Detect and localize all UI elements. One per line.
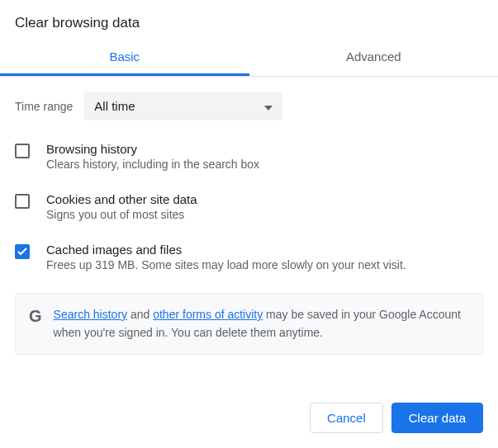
time-range-value: All time: [94, 99, 135, 113]
clear-data-button[interactable]: Clear data: [391, 403, 483, 433]
link-other-activity[interactable]: other forms of activity: [153, 308, 263, 321]
cancel-button[interactable]: Cancel: [310, 403, 383, 433]
link-search-history[interactable]: Search history: [54, 308, 127, 321]
checkbox-cache[interactable]: [15, 244, 30, 259]
option-desc: Frees up 319 MB. Some sites may load mor…: [46, 258, 406, 271]
checkbox-cookies[interactable]: [15, 194, 30, 209]
option-cookies: Cookies and other site data Signs you ou…: [15, 192, 483, 221]
dialog-title: Clear browsing data: [0, 0, 498, 38]
tabs: Basic Advanced: [0, 38, 498, 77]
checkbox-browsing-history[interactable]: [15, 144, 30, 158]
option-title: Cookies and other site data: [46, 192, 197, 206]
option-cache: Cached images and files Frees up 319 MB.…: [15, 243, 483, 271]
option-title: Browsing history: [46, 142, 259, 156]
notice-text: Search history and other forms of activi…: [54, 305, 469, 342]
time-range-row: Time range All time: [15, 92, 483, 120]
google-account-notice: G Search history and other forms of acti…: [15, 293, 483, 355]
tab-basic[interactable]: Basic: [0, 38, 249, 76]
option-desc: Clears history, including in the search …: [46, 158, 259, 171]
clear-browsing-data-dialog: Clear browsing data Basic Advanced Time …: [0, 0, 498, 355]
chevron-down-icon: [264, 99, 273, 113]
dialog-actions: Cancel Clear data: [0, 388, 498, 448]
time-range-select[interactable]: All time: [84, 92, 282, 120]
option-desc: Signs you out of most sites: [46, 208, 197, 221]
google-icon: G: [29, 308, 42, 324]
option-browsing-history: Browsing history Clears history, includi…: [15, 142, 483, 171]
option-title: Cached images and files: [46, 243, 406, 257]
tab-advanced[interactable]: Advanced: [249, 38, 499, 76]
time-range-label: Time range: [15, 100, 73, 113]
